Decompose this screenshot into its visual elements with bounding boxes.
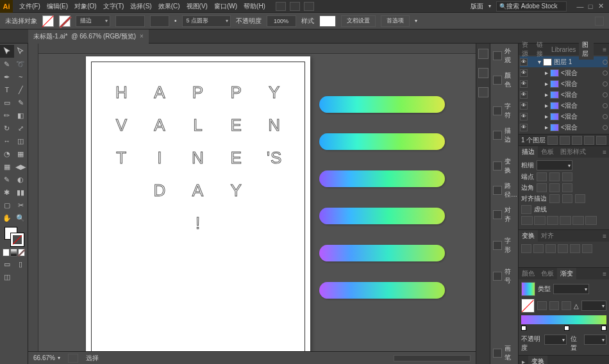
align-center[interactable] — [549, 194, 560, 203]
bridge-icon[interactable] — [304, 2, 314, 11]
rotate-tool[interactable]: ↻ — [0, 122, 14, 135]
artboard-tool[interactable]: ▢ — [0, 199, 14, 211]
pc-align[interactable]: 对齐 — [490, 204, 518, 226]
menu-view[interactable]: 视图(V) — [184, 1, 210, 12]
align-inside[interactable] — [562, 194, 572, 203]
magic-wand-tool[interactable]: ✎ — [0, 58, 14, 70]
search-input[interactable]: 🔍 搜索 Adobe Stock — [496, 1, 567, 12]
gradient-stops[interactable] — [521, 326, 606, 332]
free-transform-tool[interactable]: ◫ — [14, 135, 28, 147]
shaper-tool[interactable]: ✏ — [0, 109, 14, 122]
layer-row-6[interactable]: 👁▸<混合 — [520, 122, 608, 133]
pc-stroke[interactable]: 描边 — [490, 124, 518, 146]
menu-help[interactable]: 帮助(H) — [241, 1, 268, 12]
perspective-tool[interactable]: ▦ — [14, 147, 28, 160]
pc-char[interactable]: 字符 — [490, 100, 518, 122]
eyedropper-tool[interactable]: ✎ — [0, 173, 14, 186]
weight-input[interactable] — [537, 160, 572, 170]
pc-transform[interactable]: 变换 — [490, 155, 518, 177]
scrollbar-h[interactable] — [394, 355, 471, 361]
layer-row-4[interactable]: 👁▸<混合 — [520, 100, 608, 111]
pc-color[interactable]: 颜色 — [490, 69, 518, 91]
stroke-swatch[interactable] — [59, 15, 71, 27]
color-mode-row[interactable] — [3, 249, 25, 256]
arrange-docs-icon[interactable] — [276, 2, 286, 11]
layer-row-2[interactable]: 👁▸<混合 — [520, 78, 608, 89]
column-graph-tool[interactable]: ▮▮ — [14, 186, 28, 199]
tab-stroke[interactable]: 描边 — [519, 146, 538, 158]
scale-tool[interactable]: ⤢ — [14, 122, 28, 135]
gradient-type-dd[interactable] — [553, 284, 589, 294]
shape-builder-tool[interactable]: ◔ — [0, 147, 14, 160]
direct-selection-tool[interactable] — [14, 45, 28, 58]
width-tool[interactable]: ↔ — [0, 135, 14, 147]
align-outside[interactable] — [575, 194, 585, 203]
cap-round[interactable] — [549, 172, 560, 181]
tab-swatch2[interactable]: 色板 — [538, 268, 557, 279]
tab-links[interactable]: 链接 — [533, 39, 548, 60]
document-tab[interactable]: 未标题-1.ai* @ 66.67% (RGB/预览) × — [28, 29, 149, 44]
selection-tool[interactable] — [0, 45, 14, 58]
close-tab-icon[interactable]: × — [140, 33, 144, 40]
dock-icon-2[interactable] — [478, 68, 488, 78]
gradient-slider[interactable] — [521, 315, 606, 324]
tab-align2[interactable]: 对齐 — [538, 230, 557, 242]
align-to-icon[interactable] — [595, 17, 604, 26]
gradient-preview[interactable] — [521, 282, 535, 296]
type-tool[interactable]: T — [0, 83, 14, 96]
style-swatch[interactable] — [319, 15, 336, 27]
change-screen-mode[interactable]: ◫ — [0, 270, 14, 283]
vsp-icon[interactable] — [150, 15, 169, 27]
stroke-dropdown[interactable]: 描边 — [76, 15, 110, 27]
make-clip-icon[interactable] — [560, 136, 570, 145]
dock-icon-3[interactable] — [478, 87, 488, 97]
gradient-tool[interactable]: ◀▶ — [14, 160, 28, 173]
tab-graphic-styles[interactable]: 图形样式 — [557, 146, 589, 158]
pc-glyph[interactable]: 字形 — [490, 235, 518, 256]
canvas[interactable]: HAPPY VALEN TINE'S DAY ! 66.67%▾ 选择 — [28, 44, 476, 364]
collapsed-transform[interactable]: ▸ 变换 — [519, 356, 609, 364]
pc-symbol[interactable]: 符号 — [490, 265, 518, 287]
menu-select[interactable]: 选择(S) — [128, 1, 154, 12]
ruler-vertical[interactable] — [28, 44, 38, 364]
menu-window[interactable]: 窗口(W) — [212, 1, 240, 12]
menu-object[interactable]: 对象(O) — [72, 1, 99, 12]
join-bevel[interactable] — [562, 183, 572, 192]
pc-pathfinder[interactable]: 路径… — [490, 179, 518, 201]
locate-object-icon[interactable] — [547, 136, 558, 145]
workspace-switcher[interactable]: 版面 — [471, 2, 483, 11]
doc-setup-button[interactable]: 文档设置 — [341, 15, 376, 27]
tab-libraries[interactable]: Libraries — [548, 45, 579, 54]
zoom-value[interactable]: 66.67% — [33, 354, 55, 361]
window-minimize[interactable]: — — [576, 2, 585, 11]
delete-layer-icon[interactable] — [596, 136, 606, 145]
menu-edit[interactable]: 编辑(E) — [44, 1, 71, 12]
symbol-sprayer-tool[interactable]: ✱ — [0, 186, 14, 199]
rectangle-tool[interactable]: ▭ — [0, 96, 14, 109]
hand-tool[interactable]: ✋ — [0, 211, 14, 224]
tab-transform[interactable]: 变换 — [519, 230, 538, 242]
curvature-tool[interactable]: ~ — [14, 70, 28, 83]
dash-checkbox[interactable] — [521, 205, 531, 214]
tab-color2[interactable]: 颜色 — [519, 268, 538, 279]
fill-swatch[interactable] — [42, 15, 54, 27]
join-miter[interactable] — [537, 183, 547, 192]
visibility-toggle[interactable]: 👁 — [520, 58, 528, 66]
tab-swatches[interactable]: 色板 — [538, 146, 557, 158]
pc-appearance[interactable]: 外观 — [490, 45, 518, 67]
fill-stroke-swatches[interactable] — [0, 224, 28, 247]
ruler-horizontal[interactable] — [38, 44, 476, 54]
slice-tool[interactable]: ✂ — [14, 199, 28, 211]
screen-mode-normal[interactable]: ▭ — [0, 258, 14, 270]
screen-mode-full[interactable]: ▯ — [14, 258, 28, 270]
window-maximize[interactable]: □ — [586, 2, 595, 11]
menu-effect[interactable]: 效果(C) — [156, 1, 183, 12]
window-close[interactable]: ✕ — [596, 2, 605, 11]
preferences-button[interactable]: 首选项 — [381, 15, 410, 27]
opacity-input[interactable]: 100% — [267, 15, 296, 27]
paintbrush-tool[interactable]: ✎ — [14, 96, 28, 109]
tab-layers[interactable]: 图层 — [579, 39, 594, 60]
zoom-tool[interactable]: 🔍 — [14, 211, 28, 224]
stroke-weight-input[interactable] — [115, 15, 145, 27]
mesh-tool[interactable]: ▦ — [0, 160, 14, 173]
